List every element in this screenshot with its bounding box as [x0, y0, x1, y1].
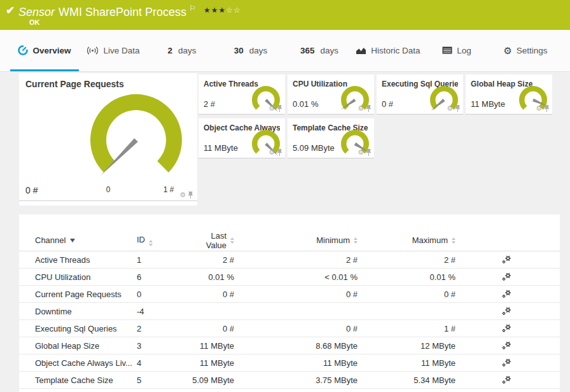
small-gauge-box: Object Cache Always L... 11 MByte ⚙ — [198, 118, 285, 158]
tab-30-days[interactable]: 30 days — [216, 30, 285, 71]
column-header-last-value[interactable]: Last Value — [192, 231, 234, 250]
channel-id: -4 — [137, 307, 192, 316]
tab-2-days[interactable]: 2 days — [148, 30, 216, 71]
pin-icon[interactable] — [455, 105, 461, 112]
channel-name[interactable]: Downtime — [35, 307, 72, 316]
channel-maximum: 5.34 MByte — [358, 375, 455, 385]
channel-maximum: 12 MByte — [358, 341, 455, 351]
live-data-icon — [87, 46, 99, 55]
small-gauge-value: 11 MByte — [204, 143, 238, 153]
channel-settings-gear-icon[interactable]: ⚙ — [358, 105, 364, 112]
small-gauge-box: CPU Utilization 0.01 % ⚙ — [288, 74, 374, 115]
column-header-minimum[interactable]: Minimum — [234, 235, 358, 245]
channel-id: 6 — [137, 272, 192, 282]
panel-divider — [19, 200, 197, 201]
column-header-id[interactable]: ID — [137, 235, 192, 246]
channel-settings-gear-icon[interactable]: ⚙ — [447, 105, 453, 112]
channel-settings-gear-icon[interactable]: ⚙ — [536, 105, 542, 112]
edit-channel-gears-icon[interactable] — [502, 307, 511, 316]
channel-id: 1 — [137, 255, 192, 265]
tab-log[interactable]: Log — [422, 30, 491, 71]
channel-table-row[interactable]: CPU Utilization 6 0.01 % < 0.01 % 0.01 % — [19, 269, 560, 286]
channel-table-row[interactable]: Template Cache Size 5 5.09 MByte 3.75 MB… — [19, 372, 560, 389]
edit-channel-gears-icon[interactable] — [502, 375, 511, 384]
log-icon — [442, 46, 452, 54]
pin-icon[interactable] — [277, 105, 282, 112]
channel-table-row[interactable]: Executing Sql Queries 2 0 # 0 # 1 # — [19, 320, 560, 337]
pin-icon[interactable] — [277, 149, 282, 156]
main-gauge-scale-max: 1 # — [159, 185, 178, 194]
column-header-maximum[interactable]: Maximum — [358, 235, 455, 245]
channel-settings-gear-icon[interactable]: ⚙ — [179, 192, 186, 199]
small-gauge — [336, 125, 374, 163]
sensor-title-line: SensorWMI SharePoint Process⚐★★★☆☆ — [18, 4, 241, 19]
stars-filled[interactable]: ★★★ — [204, 6, 226, 15]
channel-minimum: 2 # — [234, 255, 358, 265]
channel-settings-gear-icon[interactable]: ⚙ — [268, 149, 275, 156]
channel-id: 2 — [137, 324, 192, 333]
small-gauge-box: Template Cache Size 5.09 MByte ⚙ — [288, 118, 374, 158]
pin-icon[interactable] — [366, 149, 372, 156]
edit-channel-gears-icon[interactable] — [502, 341, 511, 350]
channel-maximum: 11 MByte — [358, 358, 455, 368]
tab-number: 365 — [300, 46, 315, 55]
channel-settings-gear-icon[interactable]: ⚙ — [358, 149, 364, 156]
main-gauge-value: 0 # — [25, 185, 38, 195]
channel-minimum: < 0.01 % — [234, 272, 358, 282]
edit-channel-gears-icon[interactable] — [502, 290, 511, 298]
sensor-word: Sensor — [18, 6, 55, 18]
small-gauge-value: 0.01 % — [293, 99, 318, 109]
tab-label: Historic Data — [371, 46, 420, 55]
channel-name[interactable]: Active Threads — [35, 255, 90, 265]
tab-label: Overview — [32, 46, 71, 55]
tab-live-data[interactable]: Live Data — [79, 30, 148, 71]
channel-last-value: 11 MByte — [192, 341, 234, 351]
channel-name[interactable]: Template Cache Size — [35, 375, 113, 385]
tab-settings[interactable]: ⚙ Settings — [491, 30, 560, 71]
channel-maximum: 0 # — [358, 290, 455, 299]
pin-icon[interactable] — [188, 192, 193, 199]
main-gauge-panel: Current Page Requests 0 # 0 1 # ⚙ — [19, 73, 197, 206]
sensor-header: ✔ SensorWMI SharePoint Process⚐★★★☆☆ OK — [0, 0, 570, 30]
edit-channel-gears-icon[interactable] — [502, 255, 511, 264]
tab-overview[interactable]: Overview — [10, 30, 79, 71]
table-body: Active Threads 1 2 # 2 # 2 # — [19, 251, 560, 389]
tab-historic-data[interactable]: Historic Data — [354, 30, 422, 71]
column-header-channel[interactable]: Channel — [35, 235, 137, 245]
channel-name[interactable]: Current Page Requests — [35, 290, 122, 299]
channel-last-value: 0 # — [192, 290, 234, 299]
channel-table-row[interactable]: Object Cache Always Liv... 4 11 MByte 11… — [19, 354, 560, 372]
small-gauge-box: Executing Sql Queries 0 # ⚙ — [377, 74, 463, 115]
channel-name[interactable]: Object Cache Always Liv... — [35, 358, 132, 368]
edit-channel-gears-icon[interactable] — [502, 272, 511, 281]
small-gauge-value: 0 # — [382, 99, 393, 109]
small-gauge — [247, 125, 285, 163]
sort-desc-icon — [70, 239, 75, 242]
channel-id: 5 — [137, 375, 192, 385]
edit-channel-gears-icon[interactable] — [502, 324, 511, 333]
channel-table-row[interactable]: Active Threads 1 2 # 2 # 2 # — [19, 251, 560, 269]
tab-365-days[interactable]: 365 days — [285, 30, 354, 71]
channel-table-row[interactable]: Downtime -4 — [19, 303, 560, 320]
main-gauge-title: Current Page Requests — [25, 79, 124, 89]
status-badge: OK — [29, 18, 40, 26]
pin-icon[interactable] — [366, 105, 372, 112]
channel-maximum: 2 # — [358, 255, 455, 265]
stars-empty[interactable]: ☆☆ — [226, 6, 241, 15]
channel-name[interactable]: Executing Sql Queries — [35, 324, 117, 333]
tab-label: Live Data — [103, 46, 139, 55]
pin-icon[interactable] — [544, 105, 550, 112]
channel-maximum: 1 # — [358, 324, 455, 333]
small-gauge-value: 11 MByte — [471, 99, 505, 109]
channel-name[interactable]: Global Heap Size — [35, 341, 99, 351]
edit-channel-gears-icon[interactable] — [502, 358, 511, 367]
status-ok-check-icon: ✔ — [6, 4, 15, 17]
priority-stars[interactable]: ★★★☆☆ — [204, 6, 241, 15]
channel-settings-gear-icon[interactable]: ⚙ — [268, 105, 275, 112]
channel-table-row[interactable]: Current Page Requests 0 0 # 0 # 0 # — [19, 286, 560, 303]
flag-icon[interactable]: ⚐ — [189, 4, 196, 13]
channel-name[interactable]: CPU Utilization — [35, 272, 90, 282]
main-gauge-scale-min: 0 — [101, 185, 116, 194]
tab-label: days — [178, 46, 197, 55]
channel-table-row[interactable]: Global Heap Size 3 11 MByte 8.68 MByte 1… — [19, 337, 560, 354]
